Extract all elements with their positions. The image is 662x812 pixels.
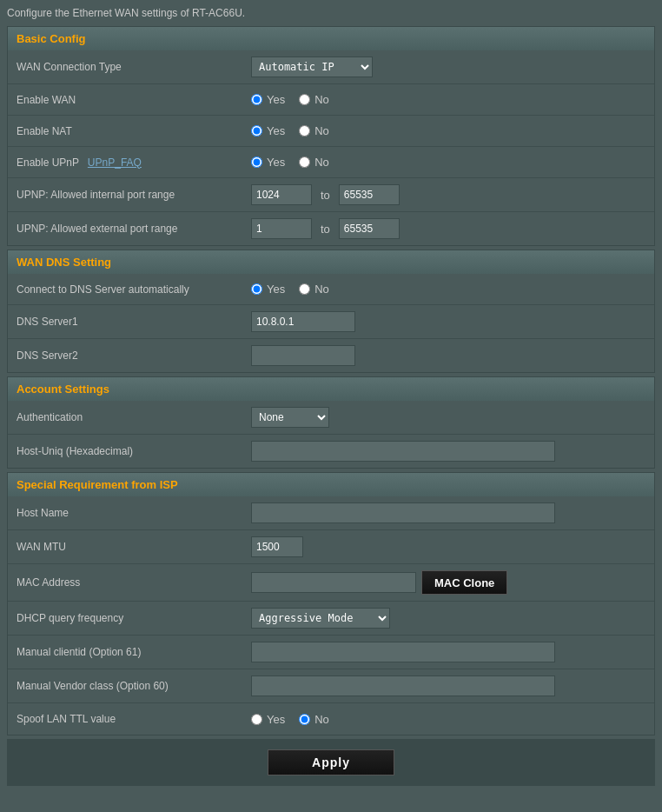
dns-server2-input[interactable] [251,345,355,366]
account-settings-section: Account Settings Authentication None PAP… [7,376,655,469]
manual-vendor-row: Manual Vendor class (Option 60) [8,669,654,703]
upnp-external-to-input[interactable] [339,218,400,239]
host-uniq-input[interactable] [251,441,555,462]
wan-connection-type-label: WAN Connection Type [17,61,251,73]
wan-dns-section: WAN DNS Setting Connect to DNS Server au… [7,250,655,373]
host-uniq-row: Host-Uniq (Hexadecimal) [8,435,654,468]
spoof-lan-label: Spoof LAN TTL value [17,713,251,725]
wan-mtu-input[interactable] [251,536,303,557]
enable-wan-no-radio[interactable] [299,94,310,105]
enable-upnp-label: Enable UPnP [17,156,79,169]
authentication-select[interactable]: None PAP CHAP MS-CHAP MS-CHAPv2 [251,407,329,428]
dns-server1-input[interactable] [251,311,355,332]
enable-nat-row: Enable NAT Yes No [8,116,654,147]
connect-dns-control: Yes No [251,283,645,296]
enable-nat-label: Enable NAT [17,125,251,137]
enable-upnp-label-cell: Enable UPnP UPnP_FAQ [17,156,251,169]
manual-vendor-input[interactable] [251,676,555,696]
special-requirement-body: Host Name WAN MTU MAC Address MAC Clone [8,496,654,735]
manual-vendor-control [251,676,645,696]
authentication-control: None PAP CHAP MS-CHAP MS-CHAPv2 [251,407,645,428]
upnp-external-label: UPNP: Allowed external port range [17,223,251,235]
enable-upnp-yes-label[interactable]: Yes [251,156,285,169]
mac-address-input[interactable] [251,572,416,593]
spoof-lan-no-radio[interactable] [299,714,310,725]
spoof-lan-no-label[interactable]: No [299,713,329,726]
host-name-row: Host Name [8,496,654,530]
enable-upnp-yes-radio[interactable] [251,156,262,168]
enable-upnp-no-label[interactable]: No [299,156,329,169]
wan-connection-type-row: WAN Connection Type Automatic IP PPPoE P… [8,50,654,84]
host-uniq-label: Host-Uniq (Hexadecimal) [17,445,251,457]
special-requirement-header: Special Requirement from ISP [8,473,654,496]
enable-nat-no-label[interactable]: No [299,124,329,137]
wan-mtu-control [251,536,645,557]
upnp-faq-link[interactable]: UPnP_FAQ [88,156,142,169]
apply-button[interactable]: Apply [268,749,394,775]
dns-server2-label: DNS Server2 [17,349,251,362]
host-name-input[interactable] [251,503,555,523]
upnp-external-from-input[interactable] [251,218,312,239]
dhcp-freq-row: DHCP query frequency Aggressive Mode Nor… [8,602,654,636]
dhcp-freq-select[interactable]: Aggressive Mode Normal Mode [251,608,390,629]
upnp-external-control: to [251,218,645,239]
dns-server1-label: DNS Server1 [17,316,251,328]
manual-clientid-row: Manual clientid (Option 61) [8,636,654,669]
manual-clientid-control [251,642,645,662]
enable-wan-yes-label[interactable]: Yes [251,93,285,106]
upnp-internal-to-input[interactable] [339,184,400,205]
upnp-internal-from-input[interactable] [251,184,312,205]
dns-server1-row: DNS Server1 [8,305,654,339]
connect-dns-row: Connect to DNS Server automatically Yes … [8,274,654,305]
wan-connection-type-select[interactable]: Automatic IP PPPoE PPTP L2TP Static IP [251,57,373,77]
special-requirement-section: Special Requirement from ISP Host Name W… [7,472,655,735]
basic-config-header: Basic Config [8,27,654,50]
spoof-lan-yes-radio[interactable] [251,714,262,725]
basic-config-body: WAN Connection Type Automatic IP PPPoE P… [8,50,654,245]
connect-dns-yes-radio[interactable] [251,283,262,295]
enable-wan-yes-radio[interactable] [251,94,262,105]
enable-wan-row: Enable WAN Yes No [8,84,654,116]
dns-server2-row: DNS Server2 [8,339,654,372]
wan-mtu-label: WAN MTU [17,541,251,553]
enable-wan-label: Enable WAN [17,94,251,106]
host-uniq-control [251,441,645,462]
spoof-lan-yes-label[interactable]: Yes [251,713,285,726]
enable-upnp-row: Enable UPnP UPnP_FAQ Yes No [8,147,654,178]
wan-dns-header: WAN DNS Setting [8,250,654,274]
spoof-lan-row: Spoof LAN TTL value Yes No [8,703,654,735]
enable-wan-no-label[interactable]: No [299,93,329,106]
account-settings-body: Authentication None PAP CHAP MS-CHAP MS-… [8,401,654,468]
spoof-lan-control: Yes No [251,713,645,726]
connect-dns-no-radio[interactable] [299,283,310,295]
upnp-internal-to-label: to [321,189,330,202]
host-name-control [251,503,645,523]
connect-dns-label: Connect to DNS Server automatically [17,283,251,296]
apply-bar: Apply [7,739,655,786]
upnp-external-row: UPNP: Allowed external port range to [8,212,654,245]
page-description: Configure the Ethernet WAN settings of R… [7,7,655,19]
host-name-label: Host Name [17,507,251,519]
mac-address-row: MAC Address MAC Clone [8,564,654,602]
connect-dns-no-label[interactable]: No [299,283,329,296]
enable-upnp-control: Yes No [251,156,645,169]
wan-connection-type-control: Automatic IP PPPoE PPTP L2TP Static IP [251,57,645,77]
wan-dns-body: Connect to DNS Server automatically Yes … [8,274,654,372]
dns-server1-control [251,311,645,332]
enable-wan-control: Yes No [251,93,645,106]
enable-nat-control: Yes No [251,124,645,137]
enable-upnp-no-radio[interactable] [299,156,310,168]
manual-clientid-input[interactable] [251,642,555,662]
connect-dns-yes-label[interactable]: Yes [251,283,285,296]
enable-nat-yes-radio[interactable] [251,125,262,136]
enable-nat-no-radio[interactable] [299,125,310,136]
wan-mtu-row: WAN MTU [8,530,654,564]
upnp-internal-label: UPNP: Allowed internal port range [17,189,251,201]
authentication-label: Authentication [17,411,251,423]
mac-clone-button[interactable]: MAC Clone [421,570,507,595]
dhcp-freq-control: Aggressive Mode Normal Mode [251,608,645,629]
authentication-row: Authentication None PAP CHAP MS-CHAP MS-… [8,401,654,435]
dns-server2-control [251,345,645,366]
enable-nat-yes-label[interactable]: Yes [251,124,285,137]
account-settings-header: Account Settings [8,377,654,401]
